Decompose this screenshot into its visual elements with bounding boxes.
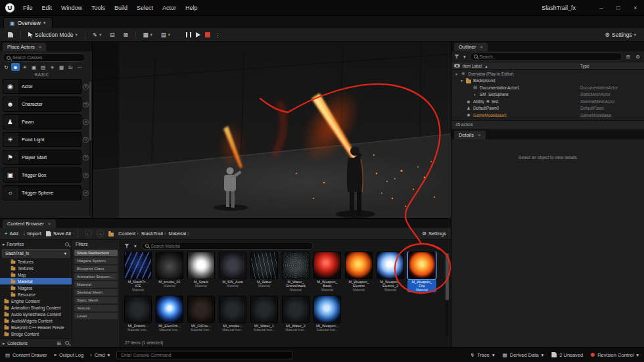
place-actors-scrollbar[interactable] — [89, 81, 91, 215]
help-icon[interactable] — [83, 137, 89, 143]
actor-category-button[interactable]: ☻ — [11, 63, 20, 71]
close-icon[interactable] — [39, 44, 42, 50]
visibility-icon[interactable] — [454, 64, 460, 68]
place-actor-item[interactable]: ▣ Trigger Box — [3, 168, 81, 183]
content-folder-item[interactable]: Resource — [0, 291, 72, 298]
column-item-label[interactable]: Item Label — [463, 64, 482, 68]
content-browser-settings-button[interactable]: Settings — [422, 231, 446, 237]
asset-tile[interactable]: M_Water_ GronoAttack Material — [281, 252, 310, 292]
chevron-down-icon[interactable] — [462, 54, 467, 60]
content-folder-item[interactable]: Textures — [0, 258, 72, 265]
unreal-logo-icon[interactable] — [5, 3, 14, 12]
outliner-row[interactable]: ☻ Ability_R_test SkeletalMeshActor — [451, 98, 644, 105]
asset-tile[interactable]: M_Weapon_ Fire Material — [407, 252, 436, 292]
place-actor-item[interactable]: ⚑ Player Start — [3, 150, 81, 165]
trace-button[interactable]: Trace — [471, 352, 495, 358]
content-folder-item[interactable]: Audio Synesthesia Content — [0, 311, 72, 317]
chevron-down-icon[interactable] — [43, 20, 46, 26]
add-folder-icon[interactable] — [625, 54, 632, 60]
expander-icon[interactable]: ▾ — [461, 78, 465, 83]
actor-category-button[interactable]: ∗ — [48, 63, 57, 71]
filter-pill[interactable]: Level — [74, 313, 118, 320]
asset-tile[interactable]: MI_Water_2 Material Inst... — [281, 296, 310, 336]
close-button[interactable]: × — [627, 0, 644, 16]
filter-pill[interactable]: Blueprint Class — [74, 265, 118, 273]
save-all-button[interactable]: Save All — [46, 231, 71, 237]
content-folder-item[interactable]: Material — [0, 278, 72, 284]
sort-asc-icon[interactable] — [484, 64, 488, 68]
breadcrumb-item[interactable]: Material — [168, 231, 186, 237]
column-type[interactable]: Type — [580, 64, 589, 68]
breadcrumb-item[interactable]: SlashTrail — [141, 231, 163, 237]
close-icon[interactable] — [478, 132, 481, 138]
cmd-selector[interactable]: Cmd — [90, 352, 110, 358]
content-root-select[interactable]: SlashTrail_fx — [2, 249, 70, 258]
expander-icon[interactable] — [3, 341, 5, 346]
menu-item[interactable]: Tools — [87, 3, 110, 12]
content-folder-item[interactable]: Engine Content — [0, 298, 72, 304]
content-folder-item[interactable]: Blueprint C++ Header Previe — [0, 324, 72, 330]
actor-category-button[interactable]: ⋯ — [76, 63, 84, 71]
tab-details[interactable]: Details — [454, 131, 486, 139]
unsaved-button[interactable]: 2 Unsaved — [551, 352, 583, 358]
level-viewport[interactable] — [93, 42, 451, 218]
revision-control-button[interactable]: Revision Control — [591, 352, 639, 358]
asset-tile[interactable]: M_Weapon_ Electric_2 Material — [376, 252, 405, 292]
actor-category-button[interactable]: ⊡ — [66, 63, 75, 71]
world-row[interactable]: Overview (Play In Editor) — [451, 70, 644, 78]
collections-bar[interactable]: Collections — [0, 338, 72, 347]
content-drawer-button[interactable]: Content Drawer — [5, 352, 47, 358]
filter-pill[interactable]: Texture — [74, 305, 118, 312]
menu-item[interactable]: Build — [110, 3, 132, 12]
filter-pill[interactable]: Animation Sequen... — [74, 273, 118, 281]
menu-item[interactable]: Select — [132, 3, 158, 12]
tab-content-browser[interactable]: Content Browser — [3, 219, 56, 228]
landscape-mode-button[interactable] — [106, 30, 118, 39]
menu-item[interactable]: Edit — [37, 3, 57, 12]
derived-data-button[interactable]: Derived Data — [503, 352, 544, 358]
asset-tile[interactable]: MI_smoke... Material Inst... — [218, 296, 247, 336]
save-button[interactable] — [5, 31, 16, 39]
asset-tile[interactable]: MI_ElecOrb... Material Inst... — [155, 296, 184, 336]
chevron-down-icon[interactable] — [133, 243, 138, 249]
filter-icon[interactable] — [454, 55, 459, 59]
output-log-button[interactable]: Output Log — [54, 352, 84, 358]
asset-tile[interactable]: M_Spark Material — [187, 252, 216, 292]
place-actor-item[interactable]: ○ Trigger Sphere — [3, 185, 81, 200]
place-actor-item[interactable]: ☀ Point Light — [3, 132, 81, 147]
maximize-button[interactable]: □ — [610, 0, 627, 16]
close-icon[interactable] — [480, 44, 483, 50]
asset-tile[interactable]: MI_Distorti... Material Inst... — [124, 296, 152, 336]
import-button[interactable]: Import — [23, 231, 41, 237]
filter-pill[interactable]: Material — [74, 281, 118, 288]
breadcrumb-item[interactable]: Content — [118, 231, 135, 237]
place-actors-search[interactable] — [3, 53, 85, 62]
place-actor-item[interactable]: ☻ Character — [3, 97, 81, 112]
asset-tile[interactable]: M_Weapon_ Electric Material — [344, 252, 373, 292]
create-button[interactable] — [89, 30, 104, 39]
help-icon[interactable] — [83, 119, 89, 125]
tab-outliner[interactable]: Outliner — [454, 43, 488, 51]
add-collection-icon[interactable] — [56, 340, 62, 346]
help-icon[interactable] — [83, 101, 89, 107]
help-icon[interactable] — [83, 154, 89, 160]
help-icon[interactable] — [83, 172, 89, 178]
actor-category-button[interactable]: ▣ — [30, 63, 38, 71]
forward-button[interactable] — [97, 230, 104, 237]
filter-pill[interactable]: Skeletal Mesh — [74, 289, 118, 296]
menu-item[interactable]: File — [18, 3, 37, 12]
foliage-mode-button[interactable] — [120, 30, 131, 39]
asset-tile[interactable]: MI_OilFire... Material Inst... — [187, 296, 216, 336]
asset-tile[interactable]: M_Weapon_ Basic Material — [313, 252, 342, 292]
asset-tile[interactable]: MI_Water_1 Material Inst... — [250, 296, 279, 336]
content-folder-item[interactable]: Bridge Content — [0, 330, 72, 337]
outliner-row[interactable]: ♟ DefaultPawn0 DefaultPawn — [451, 105, 644, 112]
content-folder-item[interactable]: Map — [0, 271, 72, 278]
search-icon[interactable] — [65, 341, 69, 345]
search-icon[interactable] — [65, 242, 69, 246]
favorites-header[interactable]: Favorites — [0, 240, 72, 248]
filter-pill[interactable]: Show Redirectors — [74, 250, 118, 257]
outliner-row[interactable]: ◐ SM_SkySphere StaticMeshActor — [451, 91, 644, 99]
asset-tile[interactable]: MI_Weapon... Material Inst... — [313, 296, 342, 336]
settings-button[interactable]: Settings — [601, 30, 639, 39]
